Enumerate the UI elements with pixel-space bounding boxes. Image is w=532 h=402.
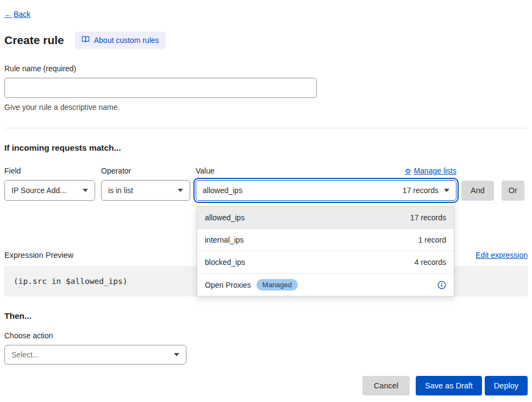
- operator-select[interactable]: is in list: [101, 180, 190, 201]
- about-custom-rules-label: About custom rules: [94, 36, 159, 45]
- manage-lists-link[interactable]: ⚙ Manage lists: [405, 166, 456, 175]
- then-section-heading: Then...: [4, 311, 528, 321]
- section-divider: [4, 128, 528, 128]
- footer-actions: Cancel Save as Draft Deploy: [4, 376, 528, 395]
- list-option-records: 17 records: [410, 213, 446, 222]
- list-option-open-proxies[interactable]: Open Proxies Managed: [197, 274, 454, 296]
- page-title: Create rule: [4, 34, 64, 47]
- info-icon[interactable]: [437, 281, 446, 289]
- gear-icon: ⚙: [405, 167, 411, 175]
- match-section-heading: If incoming requests match...: [4, 143, 528, 153]
- action-select-placeholder: Select...: [11, 350, 39, 359]
- operator-column-label: Operator: [101, 166, 190, 175]
- cancel-button[interactable]: Cancel: [362, 376, 410, 395]
- chevron-down-icon: [83, 189, 88, 192]
- expression-preview-label: Expression Preview: [4, 251, 73, 259]
- managed-badge: Managed: [256, 279, 298, 290]
- title-row: Create rule About custom rules: [4, 32, 528, 49]
- back-link[interactable]: ← Back: [4, 10, 30, 18]
- choose-action-label: Choose action: [4, 331, 528, 340]
- book-icon: [82, 35, 90, 45]
- list-dropdown-menu: allowed_ips 17 records internal_ips 1 re…: [197, 206, 454, 296]
- operator-select-value: is in list: [108, 186, 133, 195]
- or-button[interactable]: Or: [502, 181, 524, 201]
- action-select[interactable]: Select...: [4, 345, 186, 364]
- rule-name-helper-text: Give your rule a descriptive name.: [4, 103, 528, 112]
- expression-code-text: (ip.src in $allowed_ips): [14, 277, 128, 286]
- rule-name-label: Rule name (required): [4, 64, 528, 73]
- rule-name-input[interactable]: [4, 78, 317, 98]
- field-select[interactable]: IP Source Add...: [4, 180, 95, 201]
- match-column-labels: Field Operator Value ⚙ Manage lists: [4, 166, 528, 175]
- list-option-name: Open Proxies: [205, 281, 251, 289]
- field-select-value: IP Source Add...: [11, 186, 66, 195]
- list-option-records: 1 record: [418, 236, 446, 244]
- and-button[interactable]: And: [461, 181, 494, 201]
- deploy-button[interactable]: Deploy: [485, 376, 528, 395]
- chevron-down-icon: [178, 189, 183, 192]
- list-option-allowed-ips[interactable]: allowed_ips 17 records: [197, 207, 454, 229]
- create-rule-page: ← Back Create rule About custom rules Ru…: [0, 0, 532, 395]
- about-custom-rules-link[interactable]: About custom rules: [75, 32, 166, 49]
- list-option-name: allowed_ips: [205, 213, 245, 222]
- list-option-name: internal_ips: [205, 236, 244, 244]
- edit-expression-link[interactable]: Edit expression: [475, 251, 528, 259]
- list-option-internal-ips[interactable]: internal_ips 1 record: [197, 229, 454, 251]
- value-select[interactable]: allowed_ips 17 records: [196, 180, 456, 201]
- list-option-records: 4 records: [415, 258, 446, 267]
- field-column-label: Field: [4, 166, 95, 175]
- value-select-records: 17 records: [403, 186, 439, 195]
- manage-lists-label: Manage lists: [414, 166, 456, 175]
- value-select-name: allowed_ips: [203, 186, 242, 195]
- list-option-name: blocked_ips: [205, 258, 245, 267]
- chevron-down-icon: [444, 189, 449, 192]
- back-label: Back: [14, 10, 30, 18]
- match-condition-row: IP Source Add... is in list allowed_ips …: [4, 180, 528, 201]
- chevron-down-icon: [174, 353, 179, 356]
- save-as-draft-button[interactable]: Save as Draft: [416, 376, 482, 395]
- list-option-blocked-ips[interactable]: blocked_ips 4 records: [197, 251, 454, 274]
- back-arrow-icon: ←: [4, 10, 12, 18]
- value-column-label: Value: [196, 166, 215, 175]
